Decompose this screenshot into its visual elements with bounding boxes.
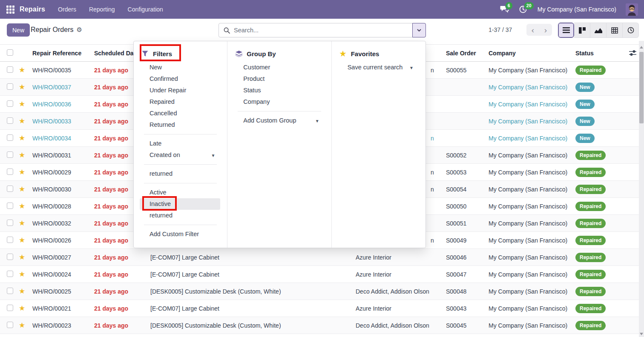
filter-item-created-on[interactable]: Created on▼ [140,149,220,161]
row-checkbox[interactable] [7,168,13,175]
repair-reference-link[interactable]: WH/RO/00035 [31,67,92,74]
favorite-star-icon[interactable]: ★ [17,66,31,74]
nav-menu-configuration[interactable]: Configuration [128,6,163,13]
groupby-item-customer[interactable]: Customer [233,62,324,73]
scroll-up-arrow[interactable] [640,46,643,49]
filter-item-cancelled[interactable]: Cancelled [140,108,220,119]
repair-reference-link[interactable]: WH/RO/00021 [31,305,92,312]
repair-reference-link[interactable]: WH/RO/00029 [31,169,92,176]
filter-item-returned[interactable]: returned [140,210,220,221]
row-checkbox[interactable] [7,220,13,226]
favorite-star-icon[interactable]: ★ [17,288,31,295]
table-row[interactable]: ★WH/RO/0002521 days ago[DESK0005] Custom… [0,283,639,300]
filter-item-repaired[interactable]: Repaired [140,96,220,108]
graph-view-button[interactable] [590,23,607,38]
row-checkbox[interactable] [7,100,13,107]
row-checkbox[interactable] [7,254,13,260]
filter-item-add-custom-filter[interactable]: Add Custom Filter [140,228,220,240]
nav-menu-orders[interactable]: Orders [58,6,76,13]
favorite-star-icon[interactable]: ★ [17,220,31,227]
repair-reference-link[interactable]: WH/RO/00033 [31,118,92,125]
groupby-item-add-custom-group[interactable]: Add Custom Group▼ [233,115,324,126]
row-checkbox[interactable] [7,271,13,277]
repair-reference-link[interactable]: WH/RO/00026 [31,237,92,244]
filter-item-late[interactable]: Late [140,138,220,149]
new-button[interactable]: New [7,23,30,37]
row-checkbox[interactable] [7,186,13,192]
column-header-sale-order[interactable]: Sale Order [444,50,487,57]
row-checkbox[interactable] [7,203,13,209]
filter-item-confirmed[interactable]: Confirmed [140,73,220,85]
search-options-toggle[interactable] [412,23,426,37]
favorite-star-icon[interactable]: ★ [17,305,31,312]
scroll-down-arrow[interactable] [640,333,643,335]
app-name[interactable]: Repairs [20,6,45,13]
optional-columns-icon[interactable] [629,50,636,56]
row-checkbox[interactable] [7,117,13,124]
groupby-item-status[interactable]: Status [233,85,324,96]
repair-reference-link[interactable]: WH/RO/00028 [31,203,92,210]
search-bar[interactable] [218,23,426,37]
table-row[interactable]: ★WH/RO/0002721 days ago[E-COM07] Large C… [0,249,639,266]
apps-grid-icon[interactable] [6,6,14,14]
activities-button[interactable]: 20 [519,5,528,14]
filter-item-new[interactable]: New [140,62,220,73]
messages-button[interactable]: 6 [500,5,509,14]
favorite-star-icon[interactable]: ★ [17,117,31,125]
favorite-star-icon[interactable]: ★ [17,186,31,193]
repair-reference-link[interactable]: WH/RO/00036 [31,101,92,108]
favorite-star-icon[interactable]: ★ [17,203,31,210]
favorite-star-icon[interactable]: ★ [17,100,31,108]
column-header-status[interactable]: Status [574,50,626,57]
groupby-item-product[interactable]: Product [233,73,324,85]
repair-reference-link[interactable]: WH/RO/00037 [31,84,92,91]
favorites-item-save-current-search[interactable]: Save current search▼ [338,62,419,73]
pivot-view-button[interactable] [607,23,623,38]
pager-next-button[interactable]: › [539,24,552,36]
filter-item-inactive[interactable]: Inactive [140,198,220,210]
activity-view-button[interactable] [623,23,639,38]
favorite-star-icon[interactable]: ★ [17,271,31,278]
select-all-checkbox[interactable] [7,49,13,56]
row-checkbox[interactable] [7,322,13,328]
favorite-star-icon[interactable]: ★ [17,254,31,261]
nav-menu-reporting[interactable]: Reporting [89,6,115,13]
filter-item-returned[interactable]: Returned [140,119,220,131]
view-settings-gear-icon[interactable]: ⚙ [76,26,82,34]
company-switcher[interactable]: My Company (San Francisco) [538,6,616,13]
column-header-repair-reference[interactable]: Repair Reference [31,50,92,57]
favorite-star-icon[interactable]: ★ [17,83,31,91]
kanban-view-button[interactable] [574,23,590,38]
search-input[interactable] [234,27,426,34]
column-header-company[interactable]: Company [487,50,574,57]
row-checkbox[interactable] [7,151,13,158]
repair-reference-link[interactable]: WH/RO/00027 [31,254,92,261]
pager-previous-button[interactable]: ‹ [526,24,539,36]
repair-reference-link[interactable]: WH/RO/00023 [31,322,92,329]
favorite-star-icon[interactable]: ★ [17,168,31,176]
user-avatar[interactable] [626,3,638,16]
filter-item-active[interactable]: Active [140,187,220,198]
repair-reference-link[interactable]: WH/RO/00032 [31,220,92,227]
row-checkbox[interactable] [7,134,13,141]
favorite-star-icon[interactable]: ★ [17,134,31,142]
row-checkbox[interactable] [7,305,13,311]
row-checkbox[interactable] [7,66,13,73]
row-checkbox[interactable] [7,237,13,243]
list-view-button[interactable] [558,23,574,38]
row-checkbox[interactable] [7,83,13,90]
favorite-star-icon[interactable]: ★ [17,151,31,159]
repair-reference-link[interactable]: WH/RO/00024 [31,271,92,278]
filter-item-returned[interactable]: returned [140,168,220,180]
vertical-scrollbar[interactable] [639,41,644,337]
table-row[interactable]: ★WH/RO/0002421 days ago[E-COM07] Large C… [0,266,639,283]
groupby-item-company[interactable]: Company [233,96,324,108]
scrollbar-thumb[interactable] [639,52,644,123]
repair-reference-link[interactable]: WH/RO/00025 [31,288,92,295]
table-row[interactable]: ★WH/RO/0002321 days ago[DESK0005] Custom… [0,317,639,334]
filter-item-under-repair[interactable]: Under Repair [140,85,220,96]
row-checkbox[interactable] [7,288,13,294]
repair-reference-link[interactable]: WH/RO/00034 [31,135,92,142]
repair-reference-link[interactable]: WH/RO/00031 [31,152,92,159]
favorite-star-icon[interactable]: ★ [17,322,31,329]
